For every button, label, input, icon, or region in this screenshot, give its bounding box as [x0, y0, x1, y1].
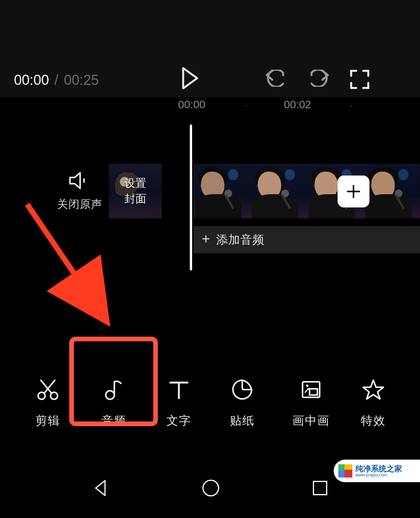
svg-point-8: [106, 391, 114, 399]
undo-button[interactable]: [265, 70, 285, 88]
video-preview[interactable]: [0, 0, 420, 60]
toolbar-item-audio[interactable]: 音频: [94, 378, 133, 429]
video-frame: [250, 164, 307, 218]
sticker-icon: [225, 378, 260, 403]
toolbar-label: 剪辑: [30, 413, 65, 429]
current-time: 00:00: [14, 72, 49, 88]
add-clip-button[interactable]: [338, 176, 369, 207]
toolbar-item-text[interactable]: 文字: [161, 378, 196, 429]
svg-point-14: [203, 480, 219, 496]
ruler-dot: ·: [245, 101, 247, 110]
ruler-tick: 00:02: [284, 98, 311, 111]
picture-in-picture-icon: [288, 378, 334, 403]
ruler-dot: ·: [350, 101, 352, 110]
watermark: 纯净系统之家 www.ycwjzy.com: [334, 460, 420, 482]
time-separator: /: [53, 72, 60, 88]
toolbar-label: 贴纸: [225, 413, 260, 429]
add-audio-label: 添加音频: [216, 232, 264, 248]
time-display: 00:00 / 00:25: [14, 72, 99, 88]
watermark-title: 纯净系统之家: [355, 465, 402, 472]
total-time: 00:25: [64, 72, 99, 88]
svg-rect-15: [313, 481, 327, 495]
add-audio-button[interactable]: + 添加音频: [193, 226, 420, 253]
svg-point-13: [306, 385, 308, 387]
watermark-logo-icon: [338, 464, 352, 478]
redo-button[interactable]: [309, 70, 329, 88]
watermark-text: 纯净系统之家 www.ycwjzy.com: [355, 465, 402, 477]
scissors-icon: [30, 378, 65, 403]
svg-line-3: [27, 204, 101, 313]
text-icon: [161, 378, 196, 403]
toolbar-item-edit[interactable]: 剪辑: [30, 378, 65, 429]
fullscreen-button[interactable]: [350, 70, 369, 91]
svg-rect-12: [310, 389, 317, 395]
toolbar-label: 音频: [94, 413, 133, 429]
speaker-icon: [47, 171, 113, 191]
player-controls: 00:00 / 00:25: [0, 60, 420, 97]
nav-recent-button[interactable]: [312, 480, 328, 498]
cover-label-line: 封面: [124, 191, 146, 207]
nav-home-button[interactable]: [201, 479, 220, 499]
set-cover-button[interactable]: 设置 封面: [109, 164, 162, 218]
toolbar-label: 特效: [354, 413, 393, 429]
cover-label: 设置 封面: [124, 176, 146, 207]
toolbar-item-effect[interactable]: 特效: [354, 378, 393, 429]
music-note-icon: [94, 378, 133, 403]
toolbar-label: 画中画: [288, 413, 334, 429]
star-icon: [354, 378, 393, 403]
plus-icon: [346, 184, 361, 199]
video-frame: [364, 164, 420, 218]
mute-original-sound-button[interactable]: 关闭原声: [47, 171, 113, 212]
video-editor-screen: 00:00 / 00:25 00:00 · 00:02 ·: [0, 0, 420, 518]
cover-label-line: 设置: [124, 176, 146, 191]
toolbar-item-sticker[interactable]: 贴纸: [225, 378, 260, 429]
bottom-toolbar: 剪辑 音频 文字: [0, 374, 420, 448]
mute-label: 关闭原声: [47, 197, 113, 212]
video-frame: [193, 164, 250, 218]
toolbar-label: 文字: [161, 413, 196, 429]
video-track[interactable]: [193, 164, 420, 218]
watermark-url: www.ycwjzy.com: [355, 472, 402, 477]
playhead[interactable]: [190, 125, 192, 270]
ruler-tick: 00:00: [178, 98, 205, 111]
toolbar-item-pip[interactable]: 画中画: [288, 378, 334, 429]
play-button[interactable]: [182, 67, 199, 91]
nav-back-button[interactable]: [92, 479, 110, 499]
timeline-ruler[interactable]: 00:00 · 00:02 ·: [0, 98, 420, 116]
plus-icon: +: [202, 231, 210, 247]
